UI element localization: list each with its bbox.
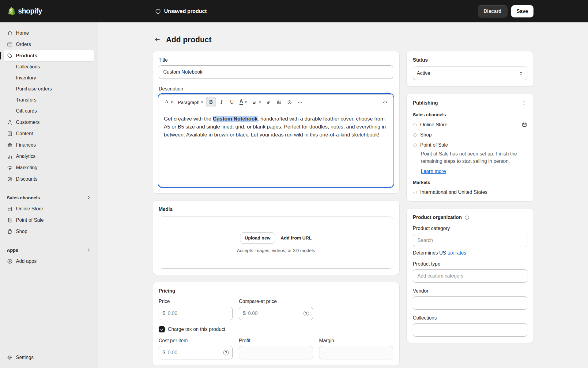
profit-field-group: Profit --	[239, 333, 313, 359]
settings-gear-icon	[7, 355, 13, 361]
shop-bag-icon	[7, 228, 13, 235]
underline-button[interactable]: U	[227, 97, 237, 107]
text-alignment-button[interactable]	[250, 97, 263, 107]
vendor-label: Vendor	[413, 288, 527, 294]
paragraph-style-button[interactable]: Paragraph	[176, 97, 205, 107]
media-dropzone[interactable]: Upload new Add from URL Accepts images, …	[159, 217, 393, 269]
insert-video-button[interactable]	[285, 97, 295, 107]
sidebar-item-products[interactable]: Products	[4, 50, 94, 61]
content-icon	[7, 131, 13, 137]
insert-link-button[interactable]	[264, 97, 274, 107]
pricing-card: Pricing Price $ Compare-at price	[153, 282, 399, 366]
discard-button[interactable]: Discard	[478, 5, 507, 17]
profit-value: --	[243, 350, 246, 355]
insert-image-button[interactable]	[274, 97, 284, 107]
calendar-icon	[522, 122, 527, 128]
cost-field-group: Cost per item $ ?	[159, 333, 233, 359]
learn-more-link[interactable]: Learn more	[421, 169, 446, 174]
status-card: Status Active	[407, 51, 533, 86]
editor-toolbar: Paragraph B I U A	[159, 94, 393, 110]
add-from-url-button[interactable]: Add from URL	[281, 235, 312, 240]
format-color-button[interactable]	[162, 97, 175, 107]
media-card: Media Upload new Add from URL Accepts im…	[153, 201, 399, 275]
sidebar-item-label: Settings	[16, 355, 34, 360]
more-options-button[interactable]	[295, 97, 305, 107]
home-icon	[7, 30, 13, 36]
finances-icon	[7, 142, 13, 148]
vendor-input[interactable]	[413, 296, 527, 310]
italic-button[interactable]: I	[217, 97, 226, 107]
cost-label: Cost per item	[159, 338, 233, 343]
charge-tax-label: Charge tax on this product	[168, 327, 225, 332]
text-color-button[interactable]: A	[237, 97, 249, 107]
sidebar-item-shop[interactable]: Shop	[4, 226, 94, 237]
topbar: shopify Unsaved product Discard Save	[0, 0, 588, 22]
profit-label: Profit	[239, 338, 313, 343]
cost-per-item-input[interactable]	[168, 350, 221, 355]
sidebar-item-home[interactable]: Home	[4, 27, 94, 39]
save-button[interactable]: Save	[511, 5, 533, 17]
sidebar-item-analytics[interactable]: Analytics	[4, 151, 94, 162]
title-input[interactable]	[159, 65, 393, 79]
sidebar-item-discounts[interactable]: Discounts	[4, 173, 94, 185]
more-dots-icon	[297, 100, 303, 105]
sidebar-item-label: Content	[16, 131, 33, 136]
sales-channels-header[interactable]: Sales channels	[4, 192, 94, 203]
currency-prefix: $	[163, 311, 165, 316]
vendor-group: Vendor	[413, 288, 527, 310]
market-bullet	[413, 191, 417, 194]
description-label: Description	[159, 86, 393, 92]
droplet-icon	[164, 100, 169, 105]
checkbox-checked-icon[interactable]	[159, 326, 165, 332]
tax-rates-link[interactable]: tax rates	[447, 250, 466, 255]
sidebar-item-orders[interactable]: Orders	[4, 39, 94, 50]
sidebar-item-content[interactable]: Content	[4, 128, 94, 139]
help-icon[interactable]: ?	[223, 350, 229, 355]
sidebar-item-online-store[interactable]: Online Store	[4, 203, 94, 214]
publishing-menu-button[interactable]	[521, 100, 527, 106]
sidebar-item-transfers[interactable]: Transfers	[4, 94, 94, 105]
title-label: Title	[159, 57, 393, 63]
link-icon	[266, 100, 271, 105]
back-button[interactable]	[153, 35, 162, 44]
collections-input[interactable]	[413, 323, 527, 337]
profit-value-wrap: --	[239, 346, 313, 359]
description-text[interactable]: Get creative with the Custom Notebook: h…	[159, 110, 393, 187]
sidebar-item-label: Finances	[16, 142, 36, 148]
sidebar-item-gift-cards[interactable]: Gift cards	[4, 105, 94, 117]
sidebar-item-marketing[interactable]: Marketing	[4, 162, 94, 173]
sidebar-item-inventory[interactable]: Inventory	[4, 72, 94, 83]
product-category-input[interactable]	[413, 234, 527, 247]
chevron-down-icon	[245, 102, 247, 103]
help-icon[interactable]: ?	[303, 311, 309, 316]
show-code-button[interactable]	[380, 97, 390, 107]
sidebar-item-settings[interactable]: Settings	[4, 352, 94, 363]
sidebar-item-point-of-sale[interactable]: Point of Sale	[4, 214, 94, 226]
apps-header[interactable]: Apps	[4, 244, 94, 255]
sidebar-item-label: Products	[16, 53, 37, 59]
sidebar-item-purchase-orders[interactable]: Purchase orders	[4, 83, 94, 94]
shopify-bag-icon	[7, 7, 16, 16]
upload-new-button[interactable]: Upload new	[240, 232, 275, 243]
sidebar-item-collections[interactable]: Collections	[4, 61, 94, 72]
sidebar-item-label: Online Store	[16, 206, 43, 212]
info-icon[interactable]	[464, 215, 469, 220]
product-type-input[interactable]	[413, 269, 527, 283]
sidebar: Home Orders Products Collections Invento…	[0, 22, 98, 368]
price-input[interactable]	[168, 311, 229, 316]
charge-tax-checkbox-row[interactable]: Charge tax on this product	[159, 326, 393, 332]
sidebar-item-label: Add apps	[16, 259, 37, 264]
products-icon	[7, 53, 13, 59]
bold-button[interactable]: B	[206, 97, 216, 107]
shopify-logo[interactable]: shopify	[7, 7, 42, 16]
compare-at-input[interactable]	[248, 311, 301, 316]
sidebar-item-add-apps[interactable]: Add apps	[4, 255, 94, 267]
product-organization-card: Product organization Product category De…	[407, 209, 533, 343]
schedule-publish-button[interactable]	[522, 122, 527, 128]
status-select[interactable]: Active	[413, 67, 527, 80]
collections-group: Collections	[413, 315, 527, 337]
sidebar-item-customers[interactable]: Customers	[4, 117, 94, 128]
channel-row-point-of-sale: Point of Sale	[413, 142, 527, 148]
sidebar-item-finances[interactable]: Finances	[4, 139, 94, 151]
tax-note: Determines US tax rates	[413, 250, 527, 256]
